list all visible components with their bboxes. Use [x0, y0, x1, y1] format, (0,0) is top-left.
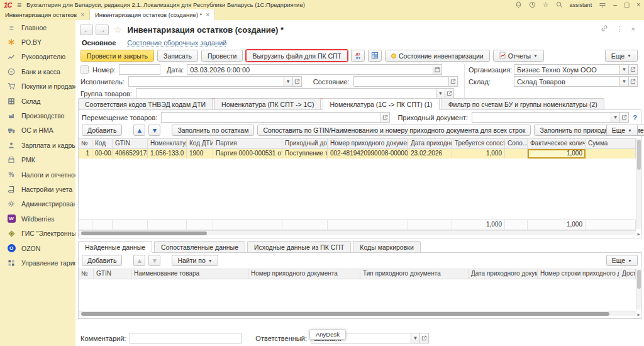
dropdown-icon[interactable]: ▼	[619, 76, 629, 87]
organization-input[interactable]: Бизнес Техно Хоум ООО	[514, 64, 620, 75]
movement-input[interactable]	[161, 112, 381, 123]
open-link-icon[interactable]	[628, 76, 638, 87]
sidebar-item-sklad[interactable]: Склад	[0, 94, 75, 108]
sidebar-item-proizvodstvo[interactable]: Производство	[0, 108, 75, 123]
window-tab-inventory-list[interactable]: Инвентаризация остатков ×	[0, 9, 90, 20]
move-up-icon[interactable]: ▲	[133, 125, 145, 136]
current-user-label[interactable]: assistant	[570, 2, 592, 8]
sidebar-item-os-nma[interactable]: ОС и НМА	[0, 123, 75, 138]
tab-found-data[interactable]: Найденные данные	[78, 241, 152, 253]
dropdown-icon[interactable]: ▼	[411, 333, 420, 343]
history-icon[interactable]	[529, 1, 536, 8]
table-row[interactable]: 1 00-00... 4066529178022 1.056-133.0 FCV…	[79, 149, 636, 159]
tab-close-icon[interactable]: ×	[80, 11, 84, 18]
table-more-button[interactable]: Еще▼	[606, 125, 638, 136]
table-horizontal-scrollbar[interactable]: ▶	[79, 230, 636, 235]
get-link-icon[interactable]	[601, 25, 608, 33]
tab-marking-codes[interactable]: Коды маркировки	[353, 241, 420, 252]
dropdown-icon[interactable]: ▼	[436, 88, 445, 99]
open-link-icon[interactable]	[448, 76, 458, 87]
tab-source-data-spt[interactable]: Исходные данные из ПК СПТ	[247, 241, 351, 252]
match-by-gtin-button[interactable]: Сопоставить по GTIN/Наименованию и номер…	[257, 125, 531, 136]
number-input[interactable]	[119, 64, 160, 75]
table-vertical-scrollbar[interactable]	[636, 138, 641, 229]
form-more-button[interactable]: Еще▼	[605, 50, 638, 62]
add-row-button[interactable]: Добавить	[82, 125, 122, 136]
sidebar-item-glavnoe[interactable]: ≡Главное	[0, 20, 75, 35]
dropdown-icon[interactable]: ▼	[611, 112, 620, 123]
inventory-state-button[interactable]: Состояние инвентаризации	[385, 50, 490, 62]
maximize-button[interactable]: ▢	[624, 1, 630, 8]
move-down-icon[interactable]: ▼	[148, 255, 160, 266]
sidebar-item-nalogi[interactable]: %Налоги и отчетность	[0, 167, 75, 182]
sidebar-item-bank-kassa[interactable]: Банк и касса	[0, 64, 75, 79]
sidebar-item-zarplata-kadry[interactable]: Зарплата и кадры	[0, 138, 75, 152]
tab-matched-data[interactable]: Сопоставленные данные	[154, 241, 245, 252]
add-row-button[interactable]: Добавить	[82, 255, 122, 266]
search-icon[interactable]	[556, 1, 563, 8]
open-link-icon[interactable]	[628, 64, 638, 75]
table-horizontal-scrollbar[interactable]: ▶	[79, 311, 636, 316]
table-vertical-scrollbar[interactable]	[636, 269, 641, 310]
more-menu-icon[interactable]: ⋮	[616, 25, 623, 33]
tab-filter-bu[interactable]: Фильтр по счетам БУ и группы номенклатур…	[441, 98, 604, 109]
move-up-icon[interactable]: ▲	[133, 255, 145, 266]
tab-nomenclature-1c-spt[interactable]: Номенклатура (1С -> ПК СПТ) (1)	[323, 98, 439, 110]
write-button[interactable]: Записать	[157, 50, 198, 62]
window-tab-inventory-create[interactable]: Инвентаризация остатков (создание) * ×	[90, 9, 215, 20]
open-link-icon[interactable]	[419, 333, 429, 343]
selected-cell-actual-qty[interactable]: 1,000	[528, 149, 586, 159]
sidebar-item-rukovoditelyu[interactable]: Руководителю	[0, 50, 75, 64]
warehouse-input[interactable]: Склад Товаров	[514, 76, 620, 87]
number-auto-icon[interactable]	[80, 65, 89, 74]
forward-button[interactable]: →	[96, 25, 109, 35]
form-nav-main[interactable]: Основное	[82, 39, 116, 47]
sidebar-item-administrirovanie[interactable]: Администрирование	[0, 197, 75, 211]
incoming-doc-input[interactable]	[472, 112, 611, 123]
scroll-right-icon[interactable]: ▶	[637, 232, 640, 236]
help-icon[interactable]: ?	[633, 114, 637, 121]
scroll-right-icon[interactable]: ▶	[637, 312, 640, 316]
lower-more-button[interactable]: Еще▼	[606, 255, 638, 266]
post-button[interactable]: Провести	[201, 50, 243, 62]
tab-nomenclature-spt-1c[interactable]: Номенклатура (ПК СПТ -> 1С)	[214, 98, 321, 109]
sidebar-item-upravlenie-tarifom[interactable]: Управление тарифом	[0, 255, 75, 270]
sidebar-item-po-by[interactable]: PO.BY	[0, 35, 75, 49]
fill-by-balances-button[interactable]: Заполнить по остаткам	[172, 125, 254, 136]
find-by-button[interactable]: Найти по▼	[172, 255, 218, 266]
executor-input[interactable]	[128, 76, 284, 87]
sidebar-item-wildberries[interactable]: WWildberries	[0, 211, 75, 226]
sidebar-item-nastroyki-ucheta[interactable]: Настройки учета	[0, 182, 75, 196]
close-window-button[interactable]: ×	[636, 1, 640, 8]
open-link-icon[interactable]	[619, 112, 629, 123]
sidebar-item-ozon[interactable]: O​OZON	[0, 241, 75, 255]
main-menu-icon[interactable]: ≡	[17, 1, 21, 9]
move-down-icon[interactable]: ▼	[148, 125, 160, 136]
service-menu-icon[interactable]	[599, 1, 606, 8]
close-form-icon[interactable]: ×	[631, 25, 635, 33]
dt-kt-postings-button[interactable]: ДтКт	[351, 50, 365, 62]
reports-button[interactable]: Отчеты▼	[493, 50, 544, 62]
favorite-star-icon[interactable]: ☆	[114, 25, 122, 35]
favorites-star-icon[interactable]: ☆	[543, 1, 549, 9]
dropdown-icon[interactable]: ▼	[619, 64, 629, 75]
sidebar-item-pokupki-prodazhi[interactable]: Покупки и продажи	[0, 79, 75, 94]
minimize-button[interactable]: –	[613, 1, 617, 8]
back-button[interactable]: ←	[80, 25, 93, 35]
tab-close-icon[interactable]: ×	[206, 11, 209, 18]
sidebar-item-rmk[interactable]: РМК	[0, 153, 75, 167]
state-input[interactable]	[353, 76, 449, 87]
open-link-icon[interactable]	[445, 88, 454, 99]
export-spt-file-button[interactable]: Выгрузить файл для ПК СПТ	[246, 50, 348, 62]
notifications-bell-icon[interactable]	[515, 1, 522, 8]
dropdown-icon[interactable]: ▼	[284, 76, 293, 87]
comment-input[interactable]	[130, 333, 242, 343]
open-link-icon[interactable]	[292, 76, 302, 87]
form-nav-assembly-link[interactable]: Состояние сборочных заданий	[127, 39, 226, 47]
goods-group-input[interactable]	[136, 88, 436, 99]
calendar-icon[interactable]	[433, 64, 442, 75]
post-and-close-button[interactable]: Провести и закрыть	[80, 50, 154, 62]
date-input[interactable]: 03.03.2026 0:00:00	[187, 64, 433, 75]
open-link-icon[interactable]	[380, 112, 390, 123]
tab-tnved-dti[interactable]: Соответствия кодов ТНВЭД кодам ДТИ	[78, 98, 213, 109]
